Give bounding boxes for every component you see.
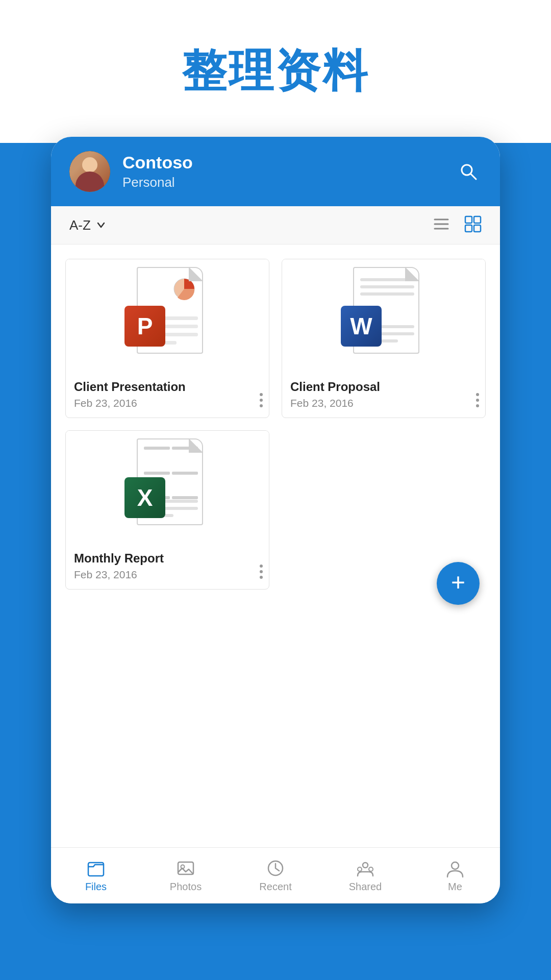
pie-chart xyxy=(171,276,197,302)
sort-label: A-Z xyxy=(69,217,91,233)
list-view-icon xyxy=(433,215,450,233)
file-card[interactable]: W Client Proposal Feb 23, 2016 xyxy=(282,259,486,418)
svg-point-16 xyxy=(369,867,373,871)
file-thumbnail: X xyxy=(66,431,269,543)
more-button[interactable] xyxy=(260,393,263,407)
me-icon xyxy=(445,859,465,878)
nav-item-recent[interactable]: Recent xyxy=(231,859,320,893)
file-card[interactable]: X Monthly Report Feb 23, 2016 xyxy=(65,430,269,590)
search-icon xyxy=(459,162,478,181)
search-button[interactable] xyxy=(455,158,482,185)
file-date: Feb 23, 2016 xyxy=(74,397,261,409)
nav-label-files: Files xyxy=(85,881,107,893)
chevron-down-icon xyxy=(96,220,106,230)
word-icon: W xyxy=(343,267,424,364)
file-name: Client Proposal xyxy=(290,380,477,394)
phone-card: Contoso Personal A-Z xyxy=(51,137,500,903)
nav-label-me: Me xyxy=(448,881,462,893)
nav-item-photos[interactable]: Photos xyxy=(141,859,231,893)
recent-icon xyxy=(266,859,285,878)
account-name: Contoso xyxy=(122,153,443,173)
more-button[interactable] xyxy=(476,393,479,407)
ppt-icon: P xyxy=(127,267,208,364)
file-name: Client Presentation xyxy=(74,380,261,394)
app-header: Contoso Personal xyxy=(51,137,500,206)
sort-button[interactable]: A-Z xyxy=(69,217,106,233)
ppt-app-badge: P xyxy=(124,306,165,347)
nav-label-photos: Photos xyxy=(170,881,202,893)
shared-icon xyxy=(356,859,375,878)
avatar[interactable] xyxy=(69,151,110,192)
ppt-letter: P xyxy=(137,312,153,340)
svg-rect-8 xyxy=(474,225,481,232)
file-thumbnail: W xyxy=(282,259,485,372)
header-text: Contoso Personal xyxy=(122,153,443,190)
file-info: Client Presentation Feb 23, 2016 xyxy=(66,372,269,418)
nav-item-files[interactable]: Files xyxy=(51,859,141,893)
toolbar: A-Z xyxy=(51,206,500,244)
word-letter: W xyxy=(350,312,372,340)
svg-rect-5 xyxy=(465,216,472,223)
file-info: Monthly Report Feb 23, 2016 xyxy=(66,543,269,589)
file-thumbnail: P xyxy=(66,259,269,372)
grid-view-icon xyxy=(464,215,482,233)
excel-icon: X xyxy=(127,438,208,535)
svg-point-17 xyxy=(452,862,459,869)
nav-item-shared[interactable]: Shared xyxy=(320,859,410,893)
account-type: Personal xyxy=(122,175,443,190)
file-card[interactable]: P Client Presentation Feb 23, 2016 xyxy=(65,259,269,418)
files-grid: P Client Presentation Feb 23, 2016 xyxy=(51,244,500,651)
nav-label-recent: Recent xyxy=(259,881,291,893)
grid-view-button[interactable] xyxy=(464,215,482,235)
excel-letter: X xyxy=(137,484,153,511)
svg-point-14 xyxy=(363,863,368,868)
file-name: Monthly Report xyxy=(74,551,261,566)
add-icon: + xyxy=(451,570,465,595)
add-button[interactable]: + xyxy=(437,562,480,605)
list-view-button[interactable] xyxy=(433,215,450,235)
photos-icon xyxy=(176,859,195,878)
word-app-badge: W xyxy=(341,306,382,347)
file-date: Feb 23, 2016 xyxy=(290,397,477,409)
excel-app-badge: X xyxy=(124,477,165,518)
svg-line-1 xyxy=(471,174,476,179)
svg-rect-7 xyxy=(465,225,472,232)
page-heading: 整理资料 xyxy=(0,41,551,102)
bottom-nav: Files Photos Recent Shared xyxy=(51,847,500,903)
nav-label-shared: Shared xyxy=(349,881,382,893)
nav-item-me[interactable]: Me xyxy=(410,859,500,893)
files-icon xyxy=(86,859,106,878)
svg-point-15 xyxy=(358,867,362,871)
svg-rect-6 xyxy=(474,216,481,223)
file-info: Client Proposal Feb 23, 2016 xyxy=(282,372,485,418)
file-date: Feb 23, 2016 xyxy=(74,569,261,581)
more-button[interactable] xyxy=(260,565,263,579)
toolbar-right xyxy=(433,215,482,235)
